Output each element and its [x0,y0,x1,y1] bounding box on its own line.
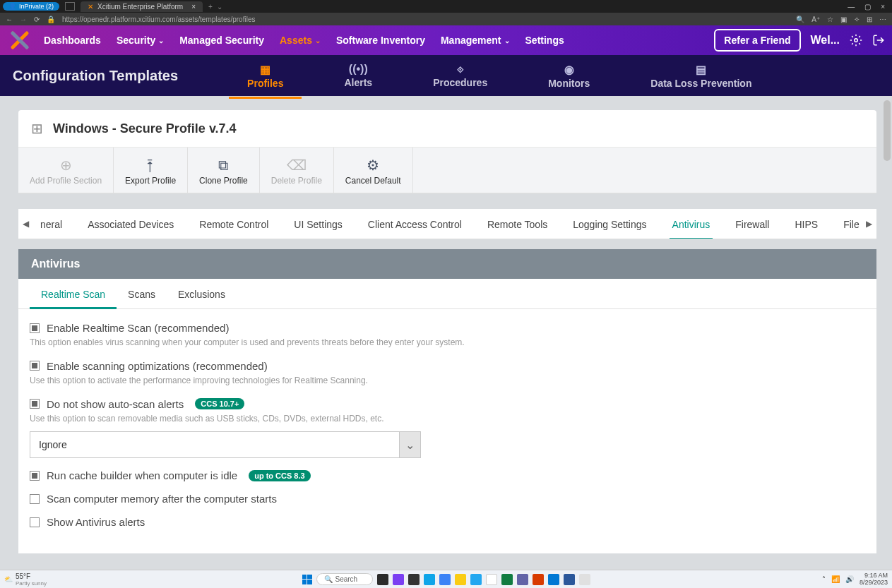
weather-widget[interactable]: ⛅ 55°F Partly sunny [4,572,47,587]
nav-managed-security[interactable]: Managed Security [179,35,264,46]
file-explorer-icon[interactable] [455,574,466,585]
zoom-icon[interactable]: 🔍 [796,16,804,23]
checkbox-scan-memory[interactable] [30,494,40,504]
cancel-icon: ⚙ [367,157,379,173]
close-window-icon[interactable]: × [881,3,885,11]
collections-icon[interactable]: ▣ [840,16,847,23]
app-icon-3[interactable] [424,574,435,585]
gear-icon[interactable] [850,34,862,47]
desc-autoscan-alerts: Use this option to scan removable media … [30,413,482,425]
tabs-scroll-right[interactable]: ▶ [862,212,876,236]
inprivate-badge: 👤InPrivate (2) [3,2,59,11]
subnav-profiles[interactable]: ▦ Profiles [242,59,289,93]
nav-settings[interactable]: Settings [525,35,564,46]
checkbox-realtime-scan[interactable] [30,323,40,333]
edge-icon[interactable] [470,574,482,585]
tab-ui-settings[interactable]: UI Settings [291,209,345,239]
subnav-monitors[interactable]: ◉ Monitors [542,59,595,93]
wifi-icon[interactable]: 📶 [831,575,840,583]
subtab-scans[interactable]: Scans [117,279,167,308]
chevron-down-icon[interactable]: ⌄ [399,432,420,457]
subtab-exclusions[interactable]: Exclusions [167,279,237,308]
brand-logo[interactable] [7,28,32,53]
tab-firewall[interactable]: Firewall [732,209,772,239]
taskview-icon[interactable] [377,574,388,585]
tab-associated-devices[interactable]: Associated Devices [85,209,177,239]
add-profile-section-button[interactable]: ⊕ Add Profile Section [18,148,114,193]
nav-software-inventory[interactable]: Software Inventory [336,35,425,46]
autoscan-action-select[interactable]: Ignore ⌄ [30,431,421,458]
svg-point-0 [855,39,858,42]
tab-hips[interactable]: HIPS [792,209,821,239]
refer-friend-button[interactable]: Refer a Friend [714,29,800,52]
forward-icon: → [20,16,27,23]
more-icon[interactable]: ⋯ [879,16,886,23]
clone-profile-button[interactable]: ⧉ Clone Profile [188,148,260,193]
monitors-icon: ◉ [564,63,574,76]
tab-remote-control[interactable]: Remote Control [196,209,271,239]
tabs-scroll-left[interactable]: ◀ [18,212,33,236]
checkbox-cache-builder[interactable] [30,471,40,481]
taskbar-search[interactable]: 🔍 Search [316,573,373,585]
tab-file-rating[interactable]: File Rating [840,209,862,239]
powerpoint-icon[interactable] [533,574,544,585]
tab-logging-settings[interactable]: Logging Settings [570,209,649,239]
delete-profile-button: ⌫ Delete Profile [260,148,334,193]
app-icon-5[interactable] [579,574,590,585]
badge-ccs107: CCS 10.7+ [195,398,244,409]
tab-client-access-control[interactable]: Client Access Control [365,209,465,239]
read-aloud-icon[interactable]: A⁺ [811,16,820,23]
export-profile-button[interactable]: ⭱ Export Profile [114,148,188,193]
desc-realtime-scan: This option enables virus scanning when … [30,337,482,349]
teams-icon[interactable] [517,574,528,585]
logout-icon[interactable] [872,34,885,47]
tab-remote-tools[interactable]: Remote Tools [484,209,550,239]
tab-general[interactable]: neral [37,209,65,239]
subnav-procedures[interactable]: ⟐ Procedures [427,59,493,93]
maximize-icon[interactable]: ▢ [864,3,871,11]
subtab-realtime-scan[interactable]: Realtime Scan [30,279,117,308]
app-icon-2[interactable] [408,574,420,585]
clock[interactable]: 9:16 AM 8/29/2023 [860,572,888,587]
vertical-scrollbar[interactable] [884,100,891,161]
subnav-dlp[interactable]: ▤ Data Loss Prevention [645,59,757,93]
volume-icon[interactable]: 🔊 [845,575,854,583]
checkbox-autoscan-alerts[interactable] [30,399,40,409]
cancel-default-button[interactable]: ⚙ Cancel Default [334,148,413,193]
back-icon[interactable]: ← [6,16,13,23]
tab-antivirus[interactable]: Antivirus [670,209,713,239]
checkbox-av-alerts[interactable] [30,517,40,527]
windows-icon: ⊞ [31,120,43,137]
minimize-icon[interactable]: — [848,3,855,11]
start-button[interactable] [302,575,312,584]
word-icon[interactable] [564,574,575,585]
chrome-icon[interactable] [486,574,497,585]
label-cache-builder: Run cache builder when computer is idle [47,469,237,481]
chevron-down-icon: ⌄ [504,37,510,44]
subnav-alerts[interactable]: ((•)) Alerts [338,59,378,93]
welcome-label[interactable]: Wel... [811,34,840,47]
tray-chevron-icon[interactable]: ˄ [822,575,826,583]
nav-assets[interactable]: Assets⌄ [280,35,321,46]
url-text[interactable]: https://openedr.platform.xcitium.com/ass… [62,16,255,23]
tab-overview-icon[interactable] [65,2,75,11]
app-icon-4[interactable] [439,574,451,585]
nav-management[interactable]: Management⌄ [441,35,510,46]
nav-dashboards[interactable]: Dashboards [44,35,101,46]
outlook-icon[interactable] [548,574,559,585]
tab-chevron-down-icon[interactable]: ⌄ [217,3,222,11]
excel-icon[interactable] [501,574,513,585]
app-icon-1[interactable] [393,574,404,585]
refresh-icon[interactable]: ⟳ [34,16,40,23]
checkbox-scan-optim[interactable] [30,361,40,371]
add-icon: ⊕ [60,157,72,173]
nav-security[interactable]: Security⌄ [117,35,164,46]
close-tab-icon[interactable]: × [191,3,196,11]
app-icon[interactable]: ⊞ [867,16,872,23]
label-scan-memory: Scan computer memory after the computer … [47,493,277,505]
browser-tab[interactable]: ✕ Xcitium Enterprise Platform × [81,1,203,12]
favorite-icon[interactable]: ☆ [827,16,833,23]
new-tab-button[interactable]: + [208,3,213,11]
extensions-icon[interactable]: ✧ [854,16,860,23]
weather-icon: ⛅ [4,575,13,583]
